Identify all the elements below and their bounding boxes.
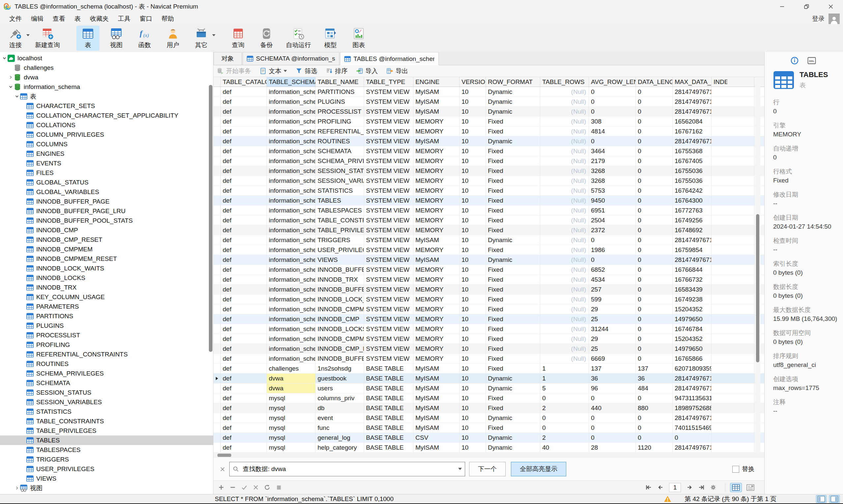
row-gutter[interactable] — [214, 433, 221, 443]
grid-cell[interactable]: information_schema — [267, 285, 316, 294]
grid-cell[interactable]: MyISAM — [413, 97, 460, 106]
table-row[interactable]: definformation_schemaPROFILINGSYSTEM VIE… — [214, 116, 764, 126]
grid-cell[interactable]: Fixed — [486, 205, 540, 215]
menu-6[interactable]: 工具 — [113, 14, 135, 24]
grid-cell[interactable] — [712, 403, 754, 413]
grid-cell[interactable]: MEMORY — [413, 285, 460, 294]
grid-cell[interactable]: 0 — [636, 186, 673, 195]
grid-cell[interactable]: information_schema — [267, 265, 316, 274]
grid-cell[interactable]: information_schema — [267, 215, 316, 225]
grid-cell[interactable]: func — [316, 423, 364, 433]
grid-cell[interactable]: 29 — [589, 334, 636, 344]
grid-cell[interactable]: 880 — [636, 403, 673, 413]
column-header-table_rows[interactable]: TABLE_ROWS — [540, 77, 589, 87]
grid-cell[interactable]: 16766844 — [673, 265, 712, 274]
row-gutter[interactable] — [214, 166, 221, 176]
sidebar-item-engines[interactable]: ENGINES — [0, 149, 213, 159]
grid-cell[interactable]: (Null) — [540, 137, 589, 146]
sidebar-item-innodb_cmp_reset[interactable]: INNODB_CMP_RESET — [0, 235, 213, 245]
grid-cell[interactable]: 16759854 — [673, 245, 712, 255]
grid-cell[interactable]: def — [221, 334, 267, 344]
row-gutter[interactable] — [214, 235, 221, 245]
grid-cell[interactable]: SYSTEM VIEW — [364, 87, 413, 96]
table-row[interactable]: definformation_schemaSESSION_STATUSSYSTE… — [214, 166, 764, 176]
grid-cell[interactable]: 0 — [636, 166, 673, 176]
row-gutter[interactable] — [214, 265, 221, 274]
grid-cell[interactable] — [712, 275, 754, 284]
grid-cell[interactable]: (Null) — [540, 255, 589, 265]
grid-cell[interactable]: 10 — [460, 403, 486, 413]
grid-cell[interactable]: 0 — [589, 97, 636, 106]
grid-cell[interactable]: SYSTEM VIEW — [364, 235, 413, 245]
grid-cell[interactable]: MyISAM — [413, 443, 460, 452]
grid-cell[interactable]: 0 — [636, 87, 673, 96]
grid-cell[interactable]: (Null) — [540, 235, 589, 245]
column-header-version[interactable]: VERSION — [460, 77, 486, 87]
grid-cell[interactable]: 10 — [460, 97, 486, 106]
grid-cell[interactable]: 40 — [540, 443, 589, 452]
grid-cell[interactable]: 0 — [636, 393, 673, 403]
row-gutter[interactable] — [214, 275, 221, 284]
grid-cell[interactable] — [712, 186, 754, 195]
grid-cell[interactable]: 0 — [636, 107, 673, 116]
grid-cell[interactable] — [712, 314, 754, 324]
grid-cell[interactable]: Dynamic — [486, 413, 540, 422]
grid-cell[interactable]: MEMORY — [413, 225, 460, 235]
grid-cell[interactable]: INNODB_LOCKS — [316, 324, 364, 334]
row-gutter[interactable] — [214, 324, 221, 334]
row-gutter[interactable] — [214, 107, 221, 116]
grid-cell[interactable]: MEMORY — [413, 304, 460, 314]
grid-cell[interactable] — [712, 245, 754, 255]
grid-cell[interactable]: BASE TABLE — [364, 383, 413, 393]
column-header-table_name[interactable]: TABLE_NAME — [316, 77, 364, 87]
grid-cell[interactable]: (Null) — [540, 107, 589, 116]
grid-cell[interactable]: def — [221, 196, 267, 205]
grid-cell[interactable]: (Null) — [540, 186, 589, 195]
search-history-caret-icon[interactable] — [458, 468, 462, 470]
minimize-button[interactable] — [770, 0, 794, 13]
grid-cell[interactable]: 16755036 — [673, 166, 712, 176]
sidebar-item-innodb_buffer_page[interactable]: INNODB_BUFFER_PAGE — [0, 197, 213, 206]
info-icon[interactable] — [790, 57, 799, 65]
grid-cell[interactable]: information_schema — [267, 166, 316, 176]
grid-cell[interactable] — [712, 126, 754, 136]
grid-cell[interactable]: 16765866 — [673, 354, 712, 363]
grid-cell[interactable]: 94731135631359 — [673, 393, 712, 403]
menu-5[interactable]: 收藏夹 — [85, 14, 113, 24]
filterbar-filter-button[interactable]: 筛选 — [295, 67, 317, 75]
grid-cell[interactable]: 0 — [636, 255, 673, 265]
grid-cell[interactable]: 0 — [540, 393, 589, 403]
row-gutter[interactable] — [214, 443, 221, 452]
tab-objects[interactable]: 对象 — [214, 52, 242, 65]
grid-cell[interactable] — [712, 294, 754, 304]
grid-cell[interactable]: Fixed — [486, 324, 540, 334]
grid-cell[interactable]: 10 — [460, 87, 486, 96]
grid-cell[interactable]: Fixed — [486, 364, 540, 373]
grid-cell[interactable]: 16562084 — [673, 116, 712, 126]
grid-cell[interactable]: 16583439 — [673, 285, 712, 294]
toolbar-button-others[interactable]: 其它 — [190, 26, 213, 51]
grid-cell[interactable]: Dynamic — [486, 107, 540, 116]
row-gutter[interactable] — [214, 97, 221, 106]
table-row[interactable]: definformation_schemaINNODB_LOCKSSYSTEM … — [214, 324, 764, 334]
grid-cell[interactable] — [712, 255, 754, 265]
grid-cell[interactable]: 10 — [460, 304, 486, 314]
menu-3[interactable]: 查看 — [48, 14, 70, 24]
row-gutter[interactable] — [214, 186, 221, 195]
table-row[interactable]: definformation_schemaPARTITIONSSYSTEM VI… — [214, 87, 764, 97]
grid-cell[interactable]: SYSTEM VIEW — [364, 324, 413, 334]
sidebar-item-routines[interactable]: ROUTINES — [0, 359, 213, 368]
grid-cell[interactable]: 0 — [636, 97, 673, 106]
grid-cell[interactable]: def — [221, 126, 267, 136]
restore-button[interactable] — [794, 0, 819, 13]
grid-cell[interactable]: (Null) — [540, 166, 589, 176]
grid-cell[interactable]: (Null) — [540, 215, 589, 225]
tab-active-table[interactable]: TABLES @information_schema (local... — [340, 52, 439, 65]
toolbar-button-model[interactable]: 模型 — [319, 26, 342, 51]
grid-cell[interactable]: 16746784 — [673, 324, 712, 334]
grid-cell[interactable]: 16755368 — [673, 146, 712, 156]
grid-cell[interactable]: BASE TABLE — [364, 393, 413, 403]
grid-cell[interactable]: PARTITIONS — [316, 87, 364, 96]
grid-cell[interactable]: 16755036 — [673, 176, 712, 185]
grid-cell[interactable]: Fixed — [486, 166, 540, 176]
